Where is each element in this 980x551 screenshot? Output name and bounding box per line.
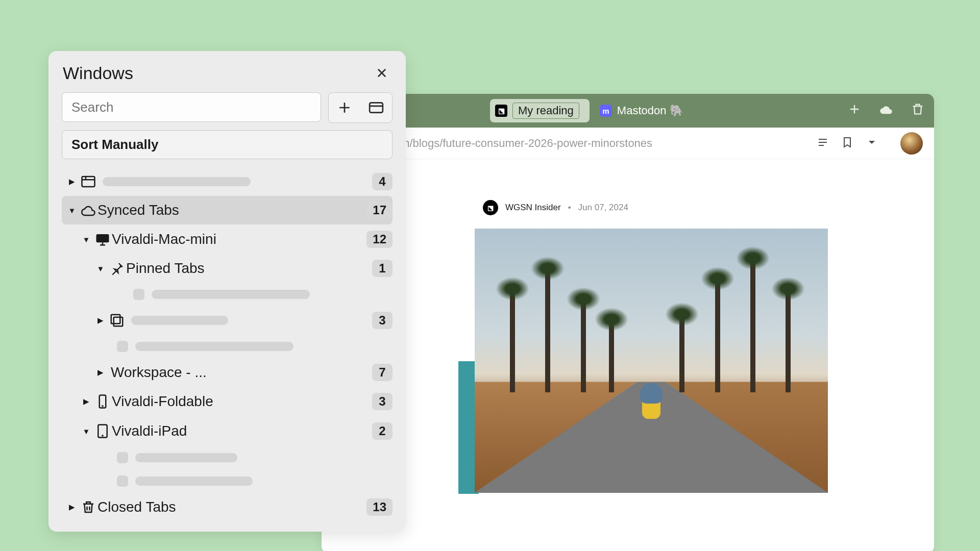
tree: ▶ 4 ▼ Synced Tabs 17 ▼ Vivaldi-Mac-mini …	[48, 167, 406, 532]
count-badge: 7	[372, 364, 393, 381]
expand-icon[interactable]: ▶	[79, 397, 93, 406]
expand-icon[interactable]: ▶	[93, 368, 108, 377]
count-badge: 13	[366, 498, 393, 516]
pinned-tabs-row[interactable]: ▼ Pinned Tabs 1	[62, 254, 393, 283]
tab-stack-row[interactable]: ▶ 3	[62, 306, 393, 335]
tab-my-reading[interactable]: ⬔ My reading	[490, 99, 590, 122]
synced-tabs-row[interactable]: ▼ Synced Tabs 17	[62, 196, 393, 224]
window-mode-button[interactable]	[360, 93, 392, 122]
bookmark-icon[interactable]	[841, 136, 853, 151]
desktop-icon	[93, 232, 112, 247]
collapse-icon[interactable]: ▼	[79, 427, 93, 436]
current-window-row[interactable]: ▶ 4	[62, 167, 393, 196]
count-badge: 3	[372, 393, 393, 410]
svg-rect-0	[370, 103, 383, 112]
sort-selector[interactable]: Sort Manually	[62, 130, 393, 159]
list-item[interactable]	[62, 469, 393, 493]
count-badge: 12	[366, 231, 393, 248]
device-foldable-row[interactable]: ▶ Vivaldi-Foldable 3	[62, 387, 393, 416]
svg-rect-3	[111, 315, 120, 324]
tab-title: Mastodon 🐘	[617, 104, 683, 117]
tab-strip: ⬔ My reading m Mastodon 🐘	[322, 94, 934, 128]
trash-icon[interactable]	[911, 102, 925, 120]
tab-title: My reading	[512, 103, 579, 119]
count-badge: 1	[372, 260, 393, 277]
hero-image	[475, 229, 828, 493]
collapse-icon[interactable]: ▼	[79, 235, 93, 244]
window-icon	[79, 174, 97, 189]
address-bar: w.wgsn.com/en/blogs/future-consumer-2026…	[322, 128, 934, 159]
device-mac-mini-row[interactable]: ▼ Vivaldi-Mac-mini 12	[62, 224, 393, 254]
stack-icon	[108, 313, 126, 328]
count-badge: 17	[366, 202, 393, 219]
phone-icon	[93, 394, 112, 409]
pin-icon	[108, 261, 126, 276]
svg-point-8	[102, 435, 103, 436]
article-byline: ⬔ WGSN Insider • Jun 07, 2024	[483, 200, 934, 215]
expand-icon[interactable]: ▶	[65, 177, 79, 186]
page-content: ⬔ WGSN Insider • Jun 07, 2024	[322, 159, 934, 551]
panel-title: Windows	[63, 63, 133, 83]
svg-rect-2	[96, 234, 109, 242]
svg-rect-4	[114, 317, 123, 327]
close-icon	[376, 67, 387, 79]
article-date: Jun 07, 2024	[578, 203, 628, 213]
device-ipad-row[interactable]: ▼ Vivaldi-iPad 2	[62, 416, 393, 446]
mastodon-favicon: m	[600, 105, 612, 117]
svg-rect-1	[82, 177, 95, 187]
tablet-icon	[93, 423, 112, 439]
collapse-icon[interactable]: ▼	[93, 264, 108, 273]
count-badge: 3	[372, 312, 393, 329]
new-tab-button[interactable]	[847, 102, 862, 120]
wgsn-favicon: ⬔	[495, 105, 507, 117]
count-badge: 2	[372, 422, 393, 440]
count-badge: 4	[372, 173, 393, 190]
reader-mode-icon[interactable]	[817, 136, 829, 151]
source-badge-icon: ⬔	[483, 200, 498, 215]
sync-cloud-icon[interactable]	[879, 102, 893, 120]
list-item[interactable]	[62, 446, 393, 469]
expand-icon[interactable]: ▶	[93, 316, 108, 325]
windows-panel: Windows Sort Manually ▶ 4 ▼ Synced T	[48, 51, 406, 532]
chevron-down-icon[interactable]	[866, 136, 878, 151]
window-icon	[369, 101, 384, 114]
list-item[interactable]	[62, 283, 393, 306]
list-item[interactable]	[62, 335, 393, 358]
expand-icon[interactable]: ▶	[65, 503, 79, 512]
tab-mastodon[interactable]: m Mastodon 🐘	[595, 99, 694, 122]
closed-tabs-row[interactable]: ▶ Closed Tabs 13	[62, 493, 393, 521]
browser-window: ⬔ My reading m Mastodon 🐘 w.wgsn.com/en/…	[322, 94, 934, 551]
collapse-icon[interactable]: ▼	[65, 206, 79, 215]
plus-icon	[338, 101, 351, 114]
add-window-button[interactable]	[329, 93, 360, 122]
search-input[interactable]	[62, 92, 321, 122]
article-source: WGSN Insider	[505, 203, 561, 213]
profile-avatar[interactable]	[900, 132, 923, 155]
svg-point-6	[102, 406, 103, 406]
trash-icon	[79, 499, 97, 515]
cloud-icon	[79, 203, 97, 218]
workspace-row[interactable]: ▶ Workspace - ... 7	[62, 358, 393, 387]
close-button[interactable]	[372, 64, 391, 83]
